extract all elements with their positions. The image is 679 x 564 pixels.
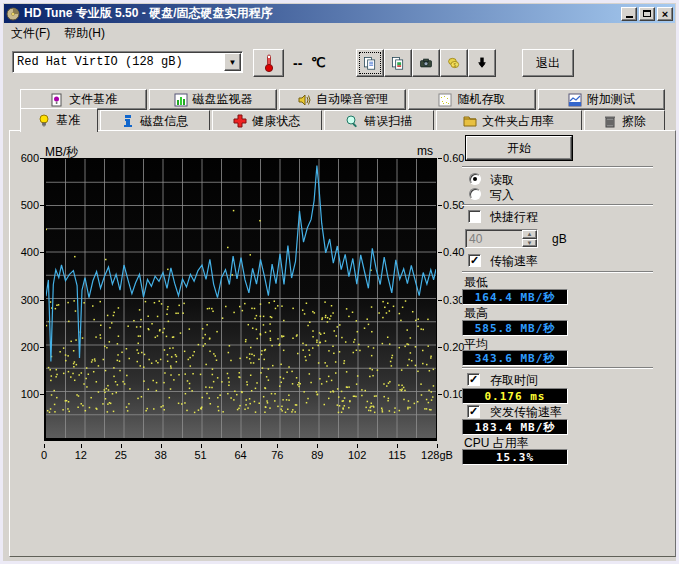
tick-label	[201, 444, 202, 448]
close-button[interactable]: ×	[657, 7, 673, 21]
tick-label: 400	[11, 246, 39, 258]
separator	[462, 367, 653, 369]
exit-button[interactable]: 退出	[522, 49, 574, 77]
tab-label: 磁盘监视器	[193, 91, 253, 108]
burst-rate-display: 183.4 MB/秒	[462, 419, 568, 435]
tabrow-primary: 基准 磁盘信息 健康状态 错误扫描 文件夹占用率 擦除	[20, 110, 665, 132]
tick-label	[397, 444, 398, 448]
tab-disk-monitor[interactable]: 磁盘监视器	[149, 89, 276, 110]
tab-label: 随机存取	[457, 91, 505, 108]
tick-label: 600	[11, 152, 39, 164]
minimize-icon	[626, 16, 633, 18]
chevron-down-icon[interactable]: ▼	[224, 53, 241, 71]
tick-label: 115	[388, 449, 406, 461]
start-button[interactable]: 开始	[466, 136, 572, 160]
chart-canvas	[46, 159, 436, 438]
svg-text:$: $	[453, 63, 456, 68]
access-time-label[interactable]: 存取时间	[490, 372, 538, 389]
temperature-button[interactable]	[253, 49, 284, 77]
tab-random-access[interactable]: 随机存取	[408, 89, 535, 110]
plot-area	[44, 158, 437, 441]
tick-label	[317, 444, 318, 448]
tab-aam[interactable]: 自动噪音管理	[279, 89, 406, 110]
tick-label	[40, 394, 44, 395]
tick-label	[438, 252, 442, 253]
titlebar: HD Tune 专业版 5.50 - 硬盘/固态硬盘实用程序 ×	[4, 4, 675, 23]
tick-label	[40, 158, 44, 159]
tab-label: 基准	[56, 112, 80, 129]
burst-rate-checkbox[interactable]	[467, 405, 480, 418]
tabrow-secondary: 文件基准 磁盘监视器 自动噪音管理 随机存取 附加测试	[20, 89, 665, 110]
tick-label	[40, 252, 44, 253]
short-stroke-size-value[interactable]: 40	[466, 230, 522, 247]
minimize-button[interactable]	[621, 7, 637, 21]
tick-label: 300	[11, 294, 39, 306]
tab-disk-info[interactable]: 磁盘信息	[100, 110, 210, 132]
short-stroke-checkbox[interactable]	[468, 210, 481, 223]
drive-select[interactable]: Red Hat VirtIO (128 gB) ▼	[12, 51, 243, 73]
stepper-down-icon[interactable]: ▼	[522, 239, 537, 248]
tab-file-benchmark[interactable]: 文件基准	[20, 89, 147, 110]
tick-label: 89	[311, 449, 323, 461]
tick-label: 500	[11, 199, 39, 211]
screenshot-button[interactable]	[412, 49, 440, 77]
tick-label	[438, 205, 442, 206]
tab-label: 磁盘信息	[140, 113, 188, 130]
short-stroke-size-stepper[interactable]: 40 ▲▼	[465, 229, 538, 248]
transfer-rate-checkbox[interactable]	[468, 254, 481, 267]
tick-label: 0.60	[443, 152, 464, 164]
copy-image-button[interactable]	[384, 49, 412, 77]
camera-icon	[419, 54, 433, 72]
separator	[462, 271, 653, 273]
max-value-display: 585.8 MB/秒	[462, 320, 568, 336]
tab-benchmark[interactable]: 基准	[20, 108, 98, 132]
tab-label: 健康状态	[252, 113, 300, 130]
lightbulb-icon	[37, 114, 51, 128]
tab-label: 错误扫描	[364, 113, 412, 130]
min-value-display: 164.4 MB/秒	[462, 289, 568, 305]
tick-label: 64	[234, 449, 246, 461]
tab-health[interactable]: 健康状态	[212, 110, 322, 132]
copy-button[interactable]	[356, 49, 384, 77]
magnifier-icon	[345, 114, 359, 128]
tick-label	[44, 444, 45, 448]
tab-label: 文件夹占用率	[482, 113, 554, 130]
access-time-checkbox[interactable]	[467, 373, 480, 386]
tick-label	[40, 205, 44, 206]
tick-label	[241, 444, 242, 448]
menu-help[interactable]: 帮助(H)	[57, 23, 112, 44]
save-results-button[interactable]	[468, 49, 496, 77]
menu-file[interactable]: 文件(F)	[4, 23, 57, 44]
tab-extra-tests[interactable]: 附加测试	[538, 89, 665, 110]
tab-label: 附加测试	[587, 91, 635, 108]
tick-label: 25	[115, 449, 127, 461]
tick-label	[438, 394, 442, 395]
coins-button[interactable]: $	[440, 49, 468, 77]
benchmark-chart: MB/秒 ms 1002003004005006000.100.200.300.…	[11, 144, 463, 464]
save-arrow-icon	[475, 54, 489, 72]
access-time-display: 0.176 ms	[462, 388, 568, 404]
tick-label: 100	[11, 388, 39, 400]
tick-label: 200	[11, 341, 39, 353]
tick-label: 76	[271, 449, 283, 461]
tab-error-scan[interactable]: 错误扫描	[324, 110, 434, 132]
separator	[462, 204, 653, 206]
short-stroke-label[interactable]: 快捷行程	[490, 209, 538, 226]
tab-erase[interactable]: 擦除	[584, 110, 665, 132]
menubar: 文件(F) 帮助(H)	[4, 24, 675, 43]
tab-folder-usage[interactable]: 文件夹占用率	[436, 110, 582, 132]
tick-label	[437, 444, 438, 448]
transfer-rate-label[interactable]: 传输速率	[490, 253, 538, 270]
tick-label: 51	[194, 449, 206, 461]
speaker-icon	[297, 93, 311, 107]
maximize-button[interactable]	[639, 7, 655, 21]
tick-label: 12	[75, 449, 87, 461]
coins-icon: $	[447, 54, 461, 72]
write-radio-label[interactable]: 写入	[490, 187, 514, 204]
tick-label	[81, 444, 82, 448]
thermometer-icon	[261, 53, 277, 73]
read-radio[interactable]	[469, 173, 481, 185]
stepper-up-icon[interactable]: ▲	[522, 230, 537, 239]
tab-label: 自动噪音管理	[316, 91, 388, 108]
write-radio[interactable]	[469, 188, 481, 200]
